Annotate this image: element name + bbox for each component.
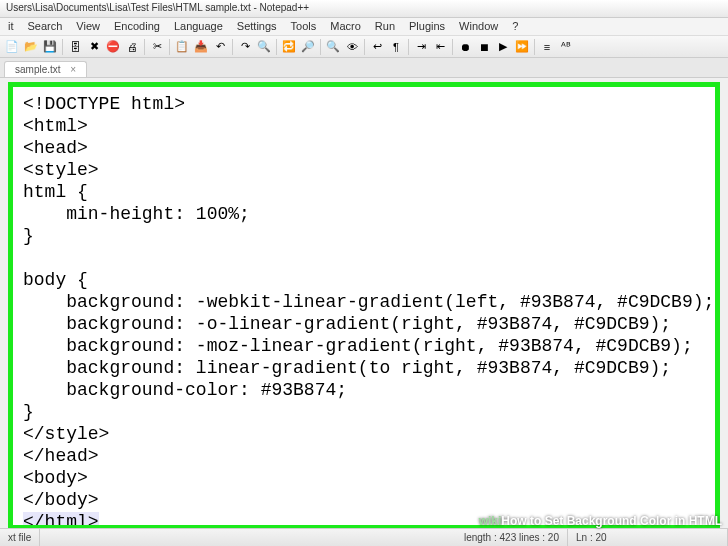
code-editor[interactable]: <!DOCTYPE html> <html> <head> <style> ht… (13, 87, 715, 530)
menu-?[interactable]: ? (506, 18, 524, 35)
toolbar-separator (62, 39, 63, 55)
toolbar: 📄📂💾🗄✖⛔🖨✂📋📥↶↷🔍🔁🔎🔍👁↩¶⇥⇤⏺⏹▶⏩≡ᴬᴮ (0, 36, 728, 58)
toolbar-separator (452, 39, 453, 55)
menu-encoding[interactable]: Encoding (108, 18, 166, 35)
copy-icon[interactable]: 📋 (173, 38, 191, 56)
toolbar-separator (408, 39, 409, 55)
zoom-out-icon[interactable]: 🔍 (324, 38, 342, 56)
menu-settings[interactable]: Settings (231, 18, 283, 35)
watermark: wikiHow to Set Background Color in HTML (479, 514, 722, 528)
cut-icon[interactable]: ✂ (148, 38, 166, 56)
find-icon[interactable]: 🔍 (255, 38, 273, 56)
open-icon[interactable]: 📂 (22, 38, 40, 56)
toolbar-separator (320, 39, 321, 55)
outdent-icon[interactable]: ⇤ (431, 38, 449, 56)
toolbar-separator (364, 39, 365, 55)
status-filetype: xt file (0, 529, 40, 546)
save-icon[interactable]: 💾 (41, 38, 59, 56)
replace-icon[interactable]: 🔁 (280, 38, 298, 56)
toolbar-separator (534, 39, 535, 55)
close-all-icon[interactable]: ⛔ (104, 38, 122, 56)
play-icon[interactable]: ▶ (494, 38, 512, 56)
window-titlebar: Users\Lisa\Documents\Lisa\Test Files\HTM… (0, 0, 728, 18)
watermark-brand: wiki (479, 514, 502, 528)
menu-macro[interactable]: Macro (324, 18, 367, 35)
tab-label: sample.txt (15, 64, 61, 75)
toolbar-separator (169, 39, 170, 55)
menu-language[interactable]: Language (168, 18, 229, 35)
zoom-in-icon[interactable]: 🔎 (299, 38, 317, 56)
close-icon[interactable]: ✖ (85, 38, 103, 56)
status-bar: xt file length : 423 lines : 20 Ln : 20 (0, 528, 728, 546)
menu-run[interactable]: Run (369, 18, 401, 35)
tab-bar: sample.txt (0, 58, 728, 78)
sync-icon[interactable]: 👁 (343, 38, 361, 56)
window-title: Users\Lisa\Documents\Lisa\Test Files\HTM… (6, 2, 309, 13)
toolbar-separator (276, 39, 277, 55)
show-all-icon[interactable]: ¶ (387, 38, 405, 56)
document-tab[interactable]: sample.txt (4, 61, 87, 77)
record-icon[interactable]: ⏺ (456, 38, 474, 56)
menu-window[interactable]: Window (453, 18, 504, 35)
word-wrap-icon[interactable]: ↩ (368, 38, 386, 56)
menu-plugins[interactable]: Plugins (403, 18, 451, 35)
watermark-title: How to Set Background Color in HTML (501, 514, 722, 528)
status-position: Ln : 20 (568, 529, 728, 546)
menu-search[interactable]: Search (22, 18, 69, 35)
editor-highlight-frame: <!DOCTYPE html> <html> <head> <style> ht… (8, 82, 720, 530)
undo-icon[interactable]: ↶ (211, 38, 229, 56)
print-icon[interactable]: 🖨 (123, 38, 141, 56)
save-all-icon[interactable]: 🗄 (66, 38, 84, 56)
menu-view[interactable]: View (70, 18, 106, 35)
spell-icon[interactable]: ᴬᴮ (557, 38, 575, 56)
menu-bar: itSearchViewEncodingLanguageSettingsTool… (0, 18, 728, 36)
fast-icon[interactable]: ⏩ (513, 38, 531, 56)
redo-icon[interactable]: ↷ (236, 38, 254, 56)
stop-icon[interactable]: ⏹ (475, 38, 493, 56)
toolbar-separator (232, 39, 233, 55)
paste-icon[interactable]: 📥 (192, 38, 210, 56)
menu-it[interactable]: it (2, 18, 20, 35)
toolbar-separator (144, 39, 145, 55)
new-icon[interactable]: 📄 (3, 38, 21, 56)
menu-tools[interactable]: Tools (285, 18, 323, 35)
indent-icon[interactable]: ⇥ (412, 38, 430, 56)
macro-icon[interactable]: ≡ (538, 38, 556, 56)
status-length: length : 423 lines : 20 (456, 529, 568, 546)
